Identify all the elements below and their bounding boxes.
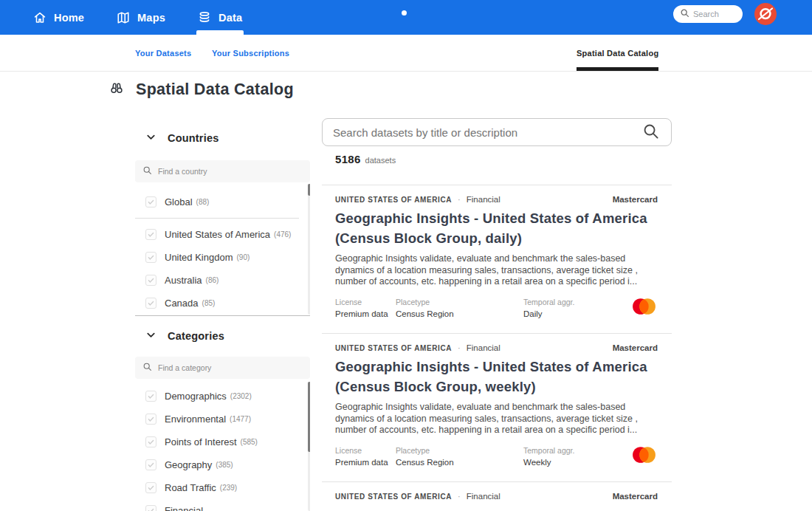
- nav-item-maps[interactable]: Maps: [117, 0, 165, 35]
- checkbox[interactable]: [145, 505, 156, 511]
- filter-label: United Kingdom: [165, 252, 233, 263]
- filter-count: (585): [241, 438, 258, 446]
- dataset-search-field[interactable]: [322, 118, 672, 146]
- separator-dot: ·: [458, 195, 461, 204]
- filter-label: Financial: [165, 505, 203, 511]
- nav-item-home[interactable]: Home: [33, 0, 84, 35]
- checkbox[interactable]: [145, 196, 156, 208]
- separator-dot: ·: [458, 492, 461, 501]
- countries-scrollbar[interactable]: [308, 184, 310, 315]
- separator-dot: ·: [458, 343, 461, 352]
- filter-count: (1477): [230, 415, 251, 423]
- country-filter-uk[interactable]: United Kingdom (90): [135, 246, 305, 269]
- dataset-category: Financial: [467, 195, 500, 204]
- category-search-field[interactable]: [135, 357, 310, 379]
- country-search-input[interactable]: [158, 167, 303, 176]
- dataset-card[interactable]: UNITED STATES OF AMERICA · Financial Mas…: [322, 481, 672, 511]
- country-search-field[interactable]: [135, 160, 310, 182]
- dataset-title[interactable]: Geographic Insights - United States of A…: [335, 357, 658, 397]
- divider: [135, 218, 299, 219]
- planet-logo-icon: [754, 15, 777, 27]
- checkmark-icon: [147, 299, 155, 307]
- filter-count: (476): [274, 230, 291, 239]
- filter-count: (239): [220, 484, 237, 492]
- filter-label: United States of America: [165, 229, 270, 240]
- tab-spatial-data-catalog[interactable]: Spatial Data Catalog: [577, 35, 658, 71]
- page-title: Spatial Data Catalog: [136, 80, 294, 99]
- category-filter-list: Demographics (2302) Environmental (1477)…: [135, 385, 305, 511]
- maps-icon: [117, 11, 130, 24]
- filter-count: (88): [196, 198, 210, 206]
- meta-label: Placetype: [396, 446, 523, 455]
- avatar[interactable]: [754, 3, 777, 25]
- scrollbar-thumb[interactable]: [308, 382, 310, 452]
- search-icon[interactable]: [642, 123, 659, 143]
- filter-count: (2302): [230, 392, 252, 400]
- category-filter-environmental[interactable]: Environmental (1477): [135, 408, 305, 431]
- checkbox[interactable]: [145, 229, 156, 240]
- checkmark-icon: [147, 461, 155, 469]
- meta-label: Placetype: [396, 298, 523, 306]
- checkbox[interactable]: [145, 275, 156, 286]
- nav-item-data[interactable]: Data: [198, 0, 242, 35]
- topbar-search[interactable]: [673, 5, 743, 23]
- filter-label: Global: [165, 196, 193, 208]
- dataset-card[interactable]: UNITED STATES OF AMERICA · Financial Mas…: [322, 333, 672, 481]
- category-filter-financial[interactable]: Financial: [135, 499, 305, 511]
- results-count-suffix: datasets: [365, 156, 396, 165]
- top-navigation-bar: Home Maps Data: [0, 0, 812, 35]
- results-panel: 5186 datasets UNITED STATES OF AMERICA ·…: [322, 107, 672, 511]
- checkmark-icon: [147, 484, 155, 492]
- filters-sidebar: Countries Global (88) United States of A…: [135, 107, 310, 511]
- search-icon: [142, 361, 152, 374]
- dataset-description: Geographic Insights validate, evaluate a…: [335, 402, 658, 436]
- dataset-provider: Mastercard: [613, 492, 658, 501]
- dataset-card[interactable]: UNITED STATES OF AMERICA · Financial Mas…: [322, 185, 672, 333]
- search-icon: [142, 165, 152, 178]
- country-filter-usa[interactable]: United States of America (476): [135, 223, 305, 246]
- country-filter-global[interactable]: Global (88): [135, 191, 305, 213]
- mastercard-logo: [630, 297, 658, 319]
- scrollbar-thumb[interactable]: [308, 184, 310, 196]
- checkbox[interactable]: [145, 459, 156, 470]
- dataset-category: Financial: [467, 343, 500, 352]
- checkmark-icon: [147, 230, 155, 239]
- dataset-metadata: LicensePremium data PlacetypeCensus Regi…: [335, 446, 658, 467]
- filter-label: Environmental: [165, 414, 226, 425]
- categories-scrollbar[interactable]: [308, 382, 310, 511]
- category-filter-points-of-interest[interactable]: Points of Interest (585): [135, 431, 305, 453]
- country-filter-australia[interactable]: Australia (86): [135, 269, 305, 292]
- checkbox[interactable]: [145, 391, 156, 402]
- categories-section-toggle[interactable]: Categories: [135, 326, 310, 346]
- category-filter-geography[interactable]: Geography (385): [135, 453, 305, 476]
- checkbox[interactable]: [145, 252, 156, 263]
- filter-label: Road Traffic: [165, 482, 216, 493]
- dataset-title[interactable]: Geographic Insights - United States of A…: [335, 208, 658, 248]
- filter-label: Points of Interest: [165, 436, 237, 447]
- category-search-input[interactable]: [158, 363, 303, 372]
- checkbox[interactable]: [145, 482, 156, 493]
- dataset-country: UNITED STATES OF AMERICA: [335, 196, 452, 204]
- countries-section-toggle[interactable]: Countries: [135, 128, 310, 148]
- dataset-country: UNITED STATES OF AMERICA: [335, 493, 452, 501]
- list-bottom-border: [135, 315, 310, 316]
- dataset-provider: Mastercard: [613, 195, 658, 204]
- category-filter-road-traffic[interactable]: Road Traffic (239): [135, 476, 305, 499]
- categories-section-title: Categories: [168, 330, 224, 342]
- checkbox[interactable]: [145, 414, 156, 425]
- checkmark-icon: [147, 507, 155, 511]
- countries-section-title: Countries: [168, 132, 219, 144]
- tab-your-subscriptions[interactable]: Your Subscriptions: [212, 35, 289, 71]
- checkbox[interactable]: [145, 298, 156, 309]
- filter-count: (385): [216, 461, 233, 469]
- checkmark-icon: [147, 438, 155, 446]
- filter-label: Canada: [165, 298, 199, 309]
- checkbox[interactable]: [145, 436, 156, 447]
- dataset-search-input[interactable]: [333, 126, 635, 139]
- tab-your-datasets[interactable]: Your Datasets: [135, 35, 191, 71]
- filter-count: (86): [206, 276, 219, 284]
- topbar-search-input[interactable]: [693, 10, 736, 18]
- category-filter-demographics[interactable]: Demographics (2302): [135, 385, 305, 408]
- dataset-card-header: UNITED STATES OF AMERICA · Financial Mas…: [335, 195, 658, 204]
- country-filter-canada[interactable]: Canada (85): [135, 292, 305, 315]
